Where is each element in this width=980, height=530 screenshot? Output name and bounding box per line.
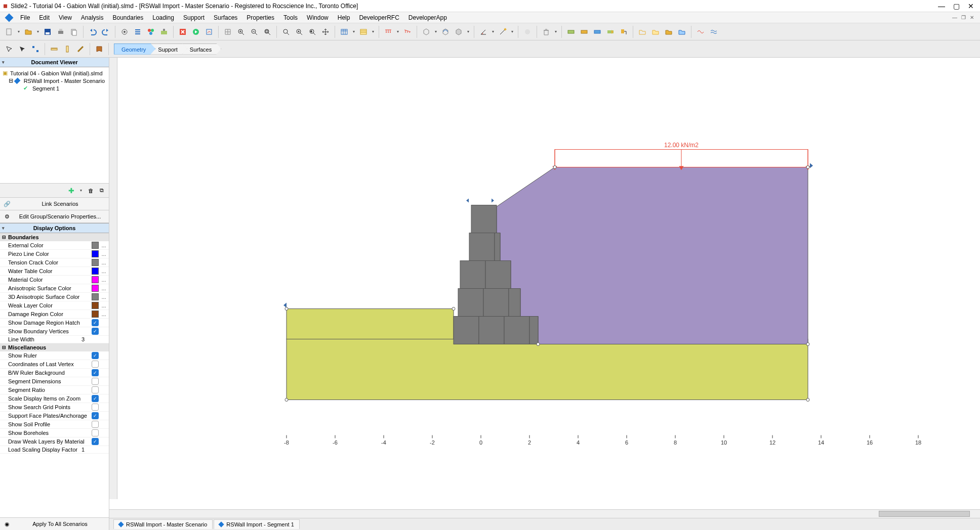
breadcrumb-surfaces[interactable]: Surfaces (182, 43, 221, 55)
prop-row[interactable]: Piezo Line Color... (0, 250, 109, 258)
print-icon[interactable] (55, 26, 67, 38)
model-viewport[interactable]: 12.00 kN/m2 -8-6-4-2024681012141618 (109, 58, 980, 509)
horizontal-scrollbar[interactable] (109, 509, 980, 518)
palette-icon[interactable] (145, 26, 157, 38)
breadcrumb-geometry[interactable]: Geometry (114, 43, 155, 55)
edit-line-icon[interactable] (497, 26, 509, 38)
new-icon[interactable] (3, 26, 15, 38)
pan-icon[interactable] (319, 26, 332, 38)
settings-icon[interactable] (118, 26, 131, 38)
sphere-icon[interactable] (521, 26, 534, 38)
select-icon[interactable] (3, 43, 15, 55)
undo-icon[interactable] (87, 26, 99, 38)
prop-row[interactable]: Anisotropic Surface Color... (0, 284, 109, 293)
folder3-icon[interactable] (663, 26, 675, 38)
prop-row[interactable]: Line Width3 (0, 336, 109, 343)
prop-row[interactable]: Show Soil Profile (0, 420, 109, 429)
wave1-icon[interactable] (695, 26, 707, 38)
paint-icon[interactable] (618, 26, 630, 38)
save-icon[interactable] (42, 26, 54, 38)
prop-row[interactable]: Load Scaling Display Factor1 (0, 446, 109, 454)
distributed-load-icon[interactable] (382, 26, 394, 38)
hex-fill-icon[interactable] (453, 26, 465, 38)
select-vert-icon[interactable] (29, 43, 42, 55)
layer3-icon[interactable] (591, 26, 603, 38)
scroll-thumb[interactable] (879, 511, 970, 517)
zoom-out-icon[interactable] (248, 26, 260, 38)
folder1-icon[interactable] (636, 26, 648, 38)
add-scenario-icon[interactable]: ✚ (67, 187, 75, 195)
vert-ruler-icon[interactable] (61, 43, 73, 55)
doc-tree[interactable]: ▣Tutorial 04 - Gabion Wall (initial).slm… (0, 67, 109, 184)
menu-properties[interactable]: Properties (242, 13, 278, 22)
layer1-icon[interactable] (565, 26, 577, 38)
menu-view[interactable]: View (55, 13, 76, 22)
angle-ruler-icon[interactable] (74, 43, 87, 55)
wall-icon[interactable] (158, 26, 170, 38)
prop-row[interactable]: Material Color... (0, 276, 109, 284)
hex-arc-icon[interactable] (439, 26, 452, 38)
prop-row[interactable]: B/W Ruler Background✓ (0, 369, 109, 377)
prop-row[interactable]: Show Boreholes (0, 429, 109, 437)
prop-row[interactable]: Segment Dimensions (0, 377, 109, 386)
zoom-fit-icon[interactable] (261, 26, 273, 38)
menu-edit[interactable]: Edit (35, 13, 54, 22)
menu-file[interactable]: File (16, 13, 34, 22)
list-icon[interactable] (132, 26, 144, 38)
run-icon[interactable] (190, 26, 202, 38)
trap-load-icon[interactable] (401, 26, 414, 38)
mdi-minimize[interactable]: — (952, 15, 957, 20)
zoom-window-icon[interactable] (280, 26, 292, 38)
menu-support[interactable]: Support (179, 13, 209, 22)
mdi-restore[interactable]: ❐ (961, 15, 966, 20)
prop-row[interactable]: Show Damage Region Hatch✓ (0, 319, 109, 327)
angle-icon[interactable] (477, 26, 489, 38)
prop-row[interactable]: Scale Display Items on Zoom✓ (0, 394, 109, 403)
prop-row[interactable]: Show Search Grid Points (0, 403, 109, 412)
cancel-icon[interactable] (177, 26, 189, 38)
book-icon[interactable] (93, 43, 105, 55)
open-dropdown[interactable]: ▾ (35, 29, 40, 34)
menu-tools[interactable]: Tools (279, 13, 302, 22)
apply-all-row[interactable]: ◉ Apply To All Scenarios (0, 517, 109, 530)
link-scenarios-row[interactable]: 🔗 Link Scenarios (0, 198, 109, 210)
delete-icon[interactable] (540, 26, 552, 38)
menu-boundaries[interactable]: Boundaries (109, 13, 148, 22)
delete-scenario-icon[interactable]: 🗑 (87, 187, 95, 195)
prop-row[interactable]: External Color... (0, 241, 109, 250)
breadcrumb-support[interactable]: Support (150, 43, 187, 55)
menu-analysis[interactable]: Analysis (77, 13, 108, 22)
wave2-icon[interactable] (708, 26, 720, 38)
mdi-close[interactable]: ✕ (970, 15, 974, 20)
prop-row[interactable]: Segment Ratio (0, 386, 109, 394)
tree-file[interactable]: ▣Tutorial 04 - Gabion Wall (initial).slm… (2, 69, 107, 77)
view-tab-segment[interactable]: RSWall Import - Segment 1 (214, 519, 299, 529)
copy-icon[interactable] (68, 26, 80, 38)
prop-row[interactable]: Damage Region Color... (0, 310, 109, 319)
menu-developerrfc[interactable]: DeveloperRFC (355, 13, 403, 22)
close-button[interactable]: ✕ (968, 2, 974, 10)
zoom-in-icon[interactable] (235, 26, 247, 38)
folder4-icon[interactable] (676, 26, 688, 38)
redo-icon[interactable] (100, 26, 112, 38)
prop-row[interactable]: Draw Weak Layers By Material✓ (0, 437, 109, 446)
menu-window[interactable]: Window (303, 13, 333, 22)
menu-help[interactable]: Help (334, 13, 354, 22)
prop-row[interactable]: Tension Crack Color... (0, 258, 109, 267)
menu-developerapp[interactable]: DeveloperApp (404, 13, 451, 22)
menu-surfaces[interactable]: Surfaces (210, 13, 241, 22)
table2-icon[interactable] (357, 26, 370, 38)
tree-segment[interactable]: ✔Segment 1 (2, 84, 107, 92)
menu-loading[interactable]: Loading (148, 13, 178, 22)
new-dropdown[interactable]: ▾ (16, 29, 21, 34)
move-icon[interactable] (16, 43, 28, 55)
grid-icon[interactable] (222, 26, 234, 38)
layer2-icon[interactable] (578, 26, 590, 38)
table-view-icon[interactable] (338, 26, 350, 38)
display-options-header[interactable]: ▾Display Options (0, 223, 109, 233)
view-tab-master[interactable]: RSWall Import - Master Scenario (113, 519, 213, 529)
prop-row[interactable]: Coordinates of Last Vertex (0, 360, 109, 369)
prop-row[interactable]: Support Face Plates/Anchorage✓ (0, 412, 109, 420)
zoom-prev-icon[interactable] (306, 26, 318, 38)
zoom-selection-icon[interactable] (293, 26, 305, 38)
